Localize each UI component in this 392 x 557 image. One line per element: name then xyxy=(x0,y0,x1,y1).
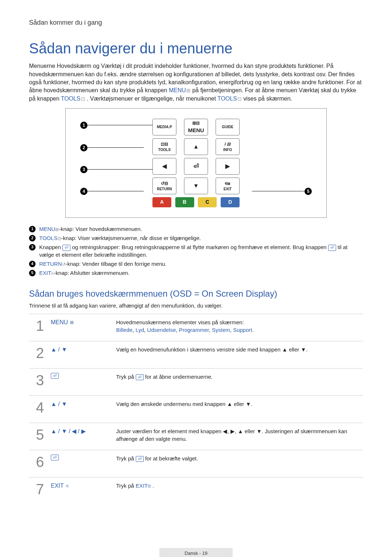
tools-keyword: TOOLS⊡ xyxy=(61,95,85,102)
intro-paragraph: Menuerne Hovedskærm og Værktøj i dit pro… xyxy=(29,62,363,103)
section-intro: Trinnene til at få adgang kan variere, a… xyxy=(29,302,363,309)
step-row-7: 7 EXIT⎋ Tryk på EXIT⎋ . xyxy=(29,477,363,504)
steps-table: 1 MENU⊞ Hovedmenuskærmens elementer vise… xyxy=(29,314,363,504)
step-row-6: 6 ⏎ Tryk på ⏎ for at bekræfte valget. xyxy=(29,450,363,477)
exit-icon: ⎋ xyxy=(66,483,69,489)
legend-row-1: 1 MENU⊞-knap: Viser hovedskærmmenuen. xyxy=(29,225,363,233)
remote-enter-button: ⏎ xyxy=(184,158,208,175)
remote-exit-button: ⎋⊠ EXIT xyxy=(216,178,240,194)
remote-guide-button: GUIDE xyxy=(216,119,240,135)
menu-icon: ⊞ xyxy=(70,320,74,326)
tools-icon: ⊡ xyxy=(58,236,61,241)
callout-5: 5 xyxy=(305,188,312,195)
menu-icon: ⊞ xyxy=(55,227,59,232)
tools-icon-2: ⊡ xyxy=(237,96,242,102)
step-row-4: 4 ▲ / ▼ Vælg den ønskede undermenu med k… xyxy=(29,395,363,423)
enter-icon: ⏎ xyxy=(136,374,144,380)
section-title: Sådan bruges hovedskærmmenuen (OSD = On … xyxy=(29,288,363,300)
enter-icon: ⏎ xyxy=(136,456,144,462)
tools-icon: ⊡ xyxy=(81,96,85,102)
legend-row-4: 4 RETURN↺-knap: Vender tilbage til den f… xyxy=(29,260,363,268)
tools-keyword-2: TOOLS⊡ xyxy=(217,95,242,102)
remote-color-d: D xyxy=(221,197,240,207)
remote-color-c: C xyxy=(198,197,217,207)
remote-menu-button: ⊞⊟ MENU xyxy=(184,119,208,135)
step-button-exit: EXIT⎋ xyxy=(51,482,116,490)
step-row-5: 5 ▲ / ▼ / ◀ / ▶ Juster værdien for et el… xyxy=(29,423,363,450)
legend-row-2: 2 TOOLS⊡-knap: Viser værktøjsmenuerne, n… xyxy=(29,234,363,242)
page-footer: Dansk - 19 xyxy=(29,548,363,557)
breadcrumb: Sådan kommer du i gang xyxy=(29,18,363,27)
remote-up-button: ▲ xyxy=(184,138,208,155)
step-button-updown: ▲ / ▼ xyxy=(51,400,116,408)
remote-return-button: ↺⊟ RETURN xyxy=(152,178,176,194)
remote-color-a: A xyxy=(152,197,171,207)
callout-legend: 1 MENU⊞-knap: Viser hovedskærmmenuen. 2 … xyxy=(29,225,363,277)
intro-text-3: . Værktøjsmenuer er tilgængelige, når me… xyxy=(87,95,217,102)
step-row-3: 3 ⏎ Tryk på ⏎ for at åbne undermenuerne. xyxy=(29,368,363,395)
step-button-enter: ⏎ xyxy=(51,455,116,460)
remote-tools-button: ⊡⊟ TOOLS xyxy=(152,138,176,155)
remote-down-button: ▼ xyxy=(184,178,208,194)
enter-icon: ⏎ xyxy=(328,245,336,251)
step-row-2: 2 ▲ / ▼ Vælg en hovedmenufunktion i skær… xyxy=(29,341,363,368)
legend-row-5: 5 EXIT⎋-knap: Afslutter skærmmenuen. xyxy=(29,269,363,277)
page-title: Sådan navigerer du i menuerne xyxy=(29,38,363,58)
remote-mediap-button: MEDIA.P xyxy=(152,119,176,135)
step-button-updown: ▲ / ▼ xyxy=(51,346,116,354)
intro-text-4: vises på skærmen. xyxy=(243,95,292,102)
exit-icon: ⎋ xyxy=(148,483,151,489)
step-button-allarrows: ▲ / ▼ / ◀ / ▶ xyxy=(51,427,116,435)
remote-color-b: B xyxy=(175,197,194,207)
remote-left-button: ◀ xyxy=(152,158,176,175)
menu-icon: ⊞ xyxy=(186,88,191,93)
step-button-menu: MENU⊞ xyxy=(51,318,116,326)
page-number: Dansk - 19 xyxy=(159,548,233,557)
menu-keyword: MENU⊞ xyxy=(169,87,191,93)
enter-icon: ⏎ xyxy=(62,245,70,251)
step-row-1: 1 MENU⊞ Hovedmenuskærmens elementer vise… xyxy=(29,314,363,341)
callout-1: 1 xyxy=(80,122,87,129)
legend-row-3: 3 Knappen ⏎ og retningsknapper: Brug ret… xyxy=(29,243,363,259)
remote-info-button: i ⊟ INFO xyxy=(216,138,240,155)
callout-4: 4 xyxy=(80,188,87,195)
step-button-enter: ⏎ xyxy=(51,373,116,379)
remote-right-button: ▶ xyxy=(216,158,240,175)
return-icon: ↺ xyxy=(62,262,66,267)
remote-illustration: 1 2 3 4 5 MEDIA.P ⊞⊟ MENU GUIDE ⊡⊟ TOOLS… xyxy=(65,108,327,218)
callout-3: 3 xyxy=(80,166,87,173)
callout-2: 2 xyxy=(80,144,87,151)
